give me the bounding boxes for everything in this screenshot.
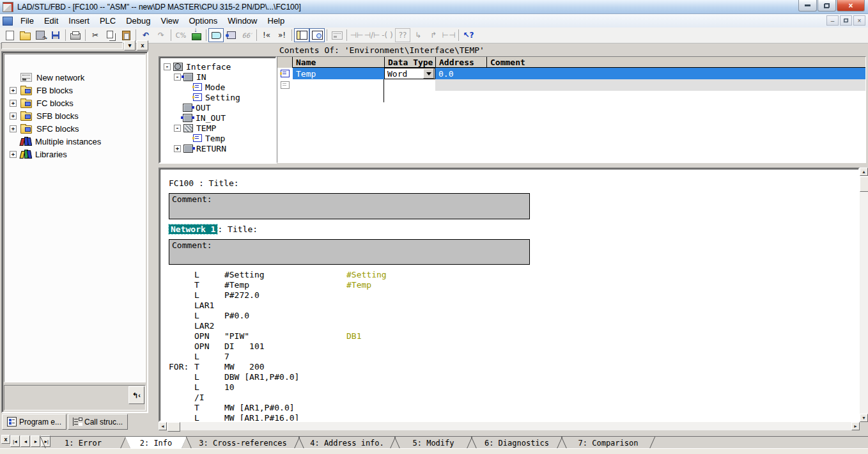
goto-button[interactable]: ↰‹ [128,386,144,404]
mdi-close-button[interactable]: × [853,15,865,26]
mdi-restore-button[interactable] [840,15,852,26]
code-line[interactable]: LAR2 [169,321,346,331]
cell-name-empty[interactable] [293,79,384,91]
collapse-icon[interactable]: - [174,125,181,132]
monitor-button[interactable]: 66′ [239,28,254,42]
horizontal-scroll-thumb[interactable] [167,422,180,432]
network-comment-box[interactable]: Comment: [169,239,530,265]
scroll-up-button[interactable]: ▲ [860,168,868,176]
tab-modify[interactable]: 5: Modify [395,437,472,449]
menu-insert[interactable]: Insert [63,15,95,27]
mdi-document-icon[interactable] [3,17,13,26]
overview-dropdown-button[interactable]: ▾ [124,40,136,51]
code-line[interactable]: T #Temp#Temp [169,280,371,290]
contact-no-button[interactable]: ⊣⊢ [349,28,364,42]
coil-button[interactable]: -( ) [380,28,395,42]
if-item-temp[interactable]: - TEMP [160,123,275,133]
row-indicator[interactable] [277,68,293,79]
code-line[interactable]: T MW [AR1,P#0.0] [169,403,346,413]
code-line[interactable]: L 10 [169,382,346,393]
next-tab-button[interactable]: ► [31,435,40,447]
detail-view-toggle[interactable] [309,28,325,42]
symbol-info-button[interactable]: C% [173,28,189,42]
cell-comment[interactable] [486,68,865,79]
tab-address-info[interactable]: 4: Address info. [299,437,395,449]
code-line[interactable]: FOR:T MW 200 [169,362,346,372]
tree-item-sfb-blocks[interactable]: + SFB blocks [4,109,145,122]
tab-diagnostics[interactable]: 6: Diagnostics [472,437,562,449]
cell-name[interactable]: Temp [293,68,384,79]
code-line[interactable]: L MW [AR1,P#16.0] [169,413,346,422]
code-line[interactable]: L 7 [169,352,346,362]
scroll-left-button[interactable]: ◄ [159,422,167,430]
menu-file[interactable]: File [15,15,39,27]
open-branch-button[interactable]: ↳ [410,28,426,42]
column-header-address[interactable]: Address [435,57,486,68]
collapse-icon[interactable]: - [164,63,171,70]
previous-tab-button[interactable]: ◄ [20,435,30,447]
if-item-setting[interactable]: Setting [160,92,275,102]
collapse-icon[interactable]: - [174,74,181,81]
code-line[interactable]: L P#0.0 [169,311,346,321]
tree-item-multiple-instances[interactable]: Multiple instances [4,135,145,148]
vertical-scrollbar[interactable]: ▲ ▼ [860,168,868,422]
next-error-button[interactable]: »! [274,28,290,42]
expand-icon[interactable]: + [10,113,17,120]
if-item-in[interactable]: - IN [160,72,275,82]
tab-info[interactable]: 2: Info [125,437,187,449]
code-line[interactable]: OPN DI 101 [169,341,346,352]
help-pointer-button[interactable]: ↖? [461,28,476,42]
connector-button[interactable]: ⊢⊣ [441,28,456,42]
code-line[interactable]: L #Setting#Setting [169,270,387,280]
code-line[interactable]: LAR1 [169,301,346,311]
column-header-name[interactable]: Name [293,57,384,68]
if-item-interface[interactable]: - Interface [160,61,275,72]
contact-nc-button[interactable]: ⊣/⊢ [364,28,380,42]
expand-icon[interactable]: + [10,87,17,94]
code-line[interactable]: OPN "PIW"DB1 [169,331,361,341]
code-line[interactable]: L P#272.0 [169,290,346,301]
scroll-down-button[interactable]: ▼ [860,414,868,422]
redo-button[interactable]: ↷ [153,28,169,42]
overview-close-button[interactable]: x [137,40,148,51]
restore-button[interactable] [818,0,836,12]
column-header-data-type[interactable]: Data Type [384,57,435,68]
expand-icon[interactable]: + [10,125,17,132]
tree-item-fc-blocks[interactable]: + FC blocks [4,97,145,109]
overview-toggle[interactable] [294,28,309,42]
empty-box-button[interactable]: ?? [395,28,410,42]
if-item-return[interactable]: + RETURN [160,143,275,153]
first-tab-button[interactable]: |◄ [10,435,20,447]
menu-edit[interactable]: Edit [39,15,63,27]
tab-program-elements[interactable]: Program e... [2,414,66,430]
download-button[interactable] [189,28,204,42]
expand-icon[interactable]: + [174,145,181,152]
menu-help[interactable]: Help [263,15,290,27]
network-badge[interactable]: Network 1 [169,224,217,234]
menu-window[interactable]: Window [222,15,262,27]
output-close-button[interactable]: x [1,435,10,444]
menu-debug[interactable]: Debug [121,15,155,27]
menu-view[interactable]: View [155,15,183,27]
previous-error-button[interactable]: !« [259,28,274,42]
tree-item-sfc-blocks[interactable]: + SFC blocks [4,122,145,135]
tab-cross-references[interactable]: 3: Cross-references [187,437,299,449]
scroll-right-button[interactable]: ► [851,422,860,430]
row-indicator-empty[interactable] [277,79,293,91]
horizontal-scrollbar[interactable]: ◄ ► [159,422,860,430]
code-line[interactable]: /I [169,393,346,403]
if-item-mode[interactable]: Mode [160,82,275,92]
close-branch-button[interactable]: ↱ [426,28,441,42]
chevron-down-icon[interactable] [423,68,434,79]
vertical-scroll-thumb[interactable] [860,176,868,192]
tree-item-libraries[interactable]: + Libraries [4,148,145,160]
tree-item-new-network[interactable]: New network [4,71,145,84]
new-network-button[interactable] [329,28,345,42]
expand-icon[interactable]: + [10,151,17,158]
column-header-comment[interactable]: Comment [486,57,865,68]
tab-error[interactable]: 1: Error [41,437,125,449]
tab-comparison[interactable]: 7: Comparison [562,437,655,449]
stl-code-editor[interactable]: FC100 : Title: Comment: Network 1: Title… [159,168,860,422]
menu-plc[interactable]: PLC [95,15,121,27]
if-item-in-out[interactable]: IN_OUT [160,113,275,123]
